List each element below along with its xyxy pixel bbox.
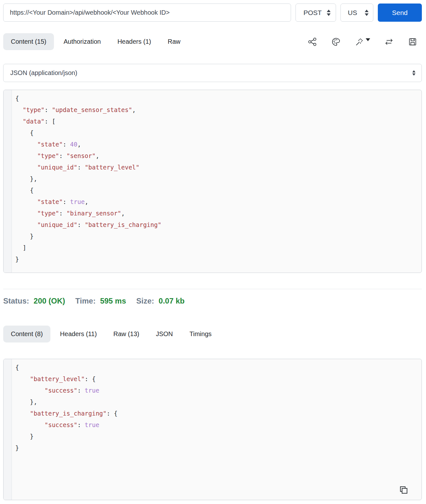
- region-select[interactable]: US: [340, 4, 373, 22]
- tab-request-headers[interactable]: Headers (1): [110, 33, 158, 50]
- response-body-code: { "battery_level": { "success": true }, …: [12, 359, 422, 456]
- tab-response-content[interactable]: Content (8): [3, 326, 50, 342]
- status-value: 200 (OK): [34, 297, 65, 305]
- request-body-code: { "type": "update_sensor_states", "data"…: [12, 90, 422, 273]
- time-label: Time:: [75, 297, 96, 305]
- copy-response-button[interactable]: [399, 485, 408, 496]
- status-group: Status: 200 (OK): [3, 297, 65, 305]
- time-value: 595 ms: [100, 297, 126, 305]
- tab-response-timings[interactable]: Timings: [183, 326, 219, 342]
- size-value: 0.07 kb: [159, 297, 184, 305]
- tab-authorization[interactable]: Authorization: [56, 33, 108, 50]
- tab-response-headers[interactable]: Headers (11): [53, 326, 104, 342]
- method-select[interactable]: POST: [295, 4, 336, 22]
- save-icon: [408, 37, 417, 47]
- swap-arrows-icon: [384, 37, 394, 47]
- share-button[interactable]: [308, 37, 317, 47]
- editor-gutter: [4, 90, 12, 273]
- section-divider: [3, 289, 422, 289]
- status-bar: Status: 200 (OK) Time: 595 ms Size: 0.07…: [3, 297, 422, 307]
- copy-icon: [399, 485, 408, 495]
- save-button[interactable]: [408, 37, 417, 47]
- request-toolbar: [308, 37, 422, 47]
- magic-wand-icon: [355, 37, 364, 47]
- tab-response-json[interactable]: JSON: [149, 326, 180, 342]
- size-label: Size:: [136, 297, 154, 305]
- status-label: Status:: [3, 297, 29, 305]
- chevron-down-icon: [366, 38, 370, 41]
- updown-arrows-icon: [365, 10, 369, 16]
- share-icon: [308, 37, 317, 47]
- request-body-editor[interactable]: { "type": "update_sensor_states", "data"…: [3, 90, 422, 273]
- content-type-select[interactable]: JSON (application/json): [3, 64, 422, 82]
- url-input[interactable]: [3, 4, 291, 22]
- request-tabs-row: Content (15) Authorization Headers (1) R…: [3, 33, 422, 50]
- region-value: US: [348, 9, 357, 17]
- content-type-value: JSON (application/json): [10, 69, 77, 77]
- request-tabs: Content (15) Authorization Headers (1) R…: [3, 33, 188, 50]
- tab-request-raw[interactable]: Raw: [161, 33, 188, 50]
- tab-request-content[interactable]: Content (15): [3, 33, 54, 50]
- response-body-viewer: { "battery_level": { "success": true }, …: [3, 359, 422, 500]
- beautify-menu-button[interactable]: [355, 37, 370, 47]
- request-bar: POST US Send: [3, 4, 422, 22]
- updown-arrows-icon: [412, 70, 415, 76]
- response-tabs-row: Content (8) Headers (11) Raw (13) JSON T…: [3, 326, 422, 342]
- viewer-gutter: [4, 359, 12, 500]
- send-button[interactable]: Send: [378, 4, 422, 22]
- swap-button[interactable]: [384, 37, 394, 47]
- method-value: POST: [303, 9, 322, 17]
- size-group: Size: 0.07 kb: [136, 297, 184, 305]
- response-tabs: Content (8) Headers (11) Raw (13) JSON T…: [3, 326, 219, 342]
- palette-icon: [331, 37, 341, 47]
- tab-response-raw[interactable]: Raw (13): [106, 326, 146, 342]
- theme-button[interactable]: [331, 37, 341, 47]
- api-tester-app: POST US Send Content (15) Authorization …: [0, 0, 426, 500]
- updown-arrows-icon: [327, 10, 331, 16]
- time-group: Time: 595 ms: [75, 297, 126, 305]
